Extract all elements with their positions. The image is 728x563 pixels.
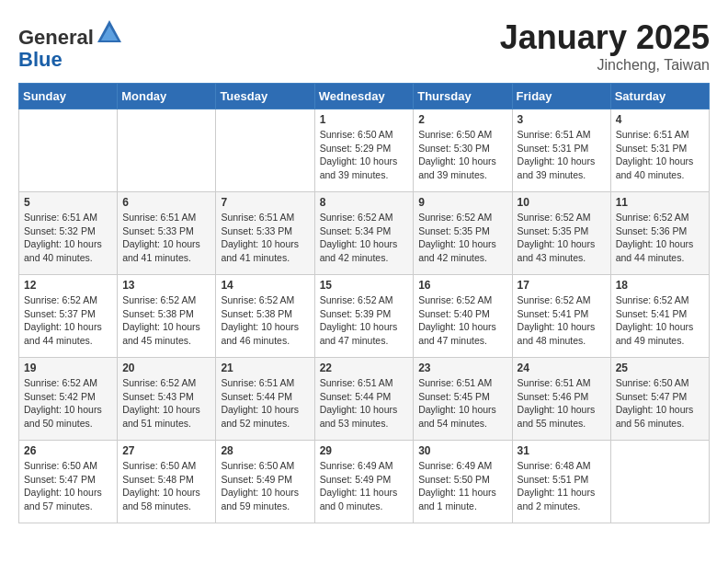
calendar-day-cell: 4Sunrise: 6:51 AM Sunset: 5:31 PM Daylig… bbox=[610, 109, 709, 192]
calendar-week-row: 19Sunrise: 6:52 AM Sunset: 5:42 PM Dayli… bbox=[19, 358, 710, 441]
logo-general: General bbox=[18, 26, 94, 49]
month-title: January 2025 bbox=[500, 18, 710, 57]
calendar-day-cell: 22Sunrise: 6:51 AM Sunset: 5:44 PM Dayli… bbox=[314, 358, 414, 441]
title-block: January 2025 Jincheng, Taiwan bbox=[500, 18, 710, 74]
calendar-day-cell bbox=[118, 109, 216, 192]
day-info: Sunrise: 6:51 AM Sunset: 5:32 PM Dayligh… bbox=[24, 211, 112, 265]
calendar-day-cell: 20Sunrise: 6:52 AM Sunset: 5:43 PM Dayli… bbox=[118, 358, 216, 441]
day-number: 1 bbox=[320, 113, 409, 126]
day-number: 28 bbox=[221, 444, 309, 457]
day-info: Sunrise: 6:52 AM Sunset: 5:39 PM Dayligh… bbox=[320, 293, 409, 348]
day-info: Sunrise: 6:50 AM Sunset: 5:29 PM Dayligh… bbox=[320, 128, 409, 182]
day-number: 5 bbox=[24, 196, 112, 209]
day-number: 23 bbox=[418, 362, 506, 374]
day-number: 14 bbox=[221, 279, 309, 292]
day-info: Sunrise: 6:51 AM Sunset: 5:33 PM Dayligh… bbox=[122, 211, 210, 265]
day-info: Sunrise: 6:51 AM Sunset: 5:45 PM Dayligh… bbox=[418, 376, 506, 431]
calendar-day-cell: 29Sunrise: 6:49 AM Sunset: 5:49 PM Dayli… bbox=[314, 441, 414, 523]
calendar-day-cell bbox=[216, 109, 314, 192]
day-number: 21 bbox=[221, 362, 309, 374]
weekday-cell: Monday bbox=[118, 84, 216, 109]
day-number: 31 bbox=[518, 444, 606, 457]
day-number: 9 bbox=[418, 196, 506, 209]
day-number: 11 bbox=[616, 196, 704, 209]
calendar-day-cell: 8Sunrise: 6:52 AM Sunset: 5:34 PM Daylig… bbox=[314, 192, 414, 275]
calendar-day-cell: 5Sunrise: 6:51 AM Sunset: 5:32 PM Daylig… bbox=[19, 192, 118, 275]
calendar-day-cell: 30Sunrise: 6:49 AM Sunset: 5:50 PM Dayli… bbox=[414, 441, 512, 523]
calendar-day-cell: 14Sunrise: 6:52 AM Sunset: 5:38 PM Dayli… bbox=[216, 275, 314, 358]
calendar-day-cell: 15Sunrise: 6:52 AM Sunset: 5:39 PM Dayli… bbox=[314, 275, 414, 358]
day-info: Sunrise: 6:49 AM Sunset: 5:50 PM Dayligh… bbox=[418, 459, 506, 513]
day-number: 4 bbox=[616, 113, 704, 126]
calendar-day-cell: 3Sunrise: 6:51 AM Sunset: 5:31 PM Daylig… bbox=[512, 109, 610, 192]
day-info: Sunrise: 6:52 AM Sunset: 5:42 PM Dayligh… bbox=[24, 376, 112, 431]
day-info: Sunrise: 6:50 AM Sunset: 5:47 PM Dayligh… bbox=[24, 459, 112, 513]
weekday-cell: Thursday bbox=[414, 84, 512, 109]
calendar-day-cell: 17Sunrise: 6:52 AM Sunset: 5:41 PM Dayli… bbox=[512, 275, 610, 358]
day-number: 25 bbox=[616, 362, 704, 374]
calendar-day-cell: 1Sunrise: 6:50 AM Sunset: 5:29 PM Daylig… bbox=[314, 109, 414, 192]
calendar-week-row: 1Sunrise: 6:50 AM Sunset: 5:29 PM Daylig… bbox=[19, 109, 710, 192]
day-info: Sunrise: 6:51 AM Sunset: 5:44 PM Dayligh… bbox=[320, 376, 409, 431]
calendar-day-cell: 6Sunrise: 6:51 AM Sunset: 5:33 PM Daylig… bbox=[118, 192, 216, 275]
calendar-day-cell: 13Sunrise: 6:52 AM Sunset: 5:38 PM Dayli… bbox=[118, 275, 216, 358]
day-info: Sunrise: 6:52 AM Sunset: 5:43 PM Dayligh… bbox=[122, 376, 210, 431]
weekday-header-row: SundayMondayTuesdayWednesdayThursdayFrid… bbox=[19, 84, 710, 109]
calendar-table: SundayMondayTuesdayWednesdayThursdayFrid… bbox=[18, 83, 710, 523]
calendar-day-cell: 12Sunrise: 6:52 AM Sunset: 5:37 PM Dayli… bbox=[19, 275, 118, 358]
day-number: 10 bbox=[518, 196, 606, 209]
day-number: 15 bbox=[320, 279, 409, 292]
day-info: Sunrise: 6:51 AM Sunset: 5:31 PM Dayligh… bbox=[616, 128, 704, 182]
weekday-cell: Wednesday bbox=[314, 84, 414, 109]
day-info: Sunrise: 6:51 AM Sunset: 5:46 PM Dayligh… bbox=[518, 376, 606, 431]
calendar-day-cell: 21Sunrise: 6:51 AM Sunset: 5:44 PM Dayli… bbox=[216, 358, 314, 441]
day-number: 2 bbox=[418, 113, 506, 126]
day-info: Sunrise: 6:52 AM Sunset: 5:35 PM Dayligh… bbox=[418, 211, 506, 265]
day-info: Sunrise: 6:48 AM Sunset: 5:51 PM Dayligh… bbox=[518, 459, 606, 513]
calendar-week-row: 5Sunrise: 6:51 AM Sunset: 5:32 PM Daylig… bbox=[19, 192, 710, 275]
day-number: 7 bbox=[221, 196, 309, 209]
day-info: Sunrise: 6:49 AM Sunset: 5:49 PM Dayligh… bbox=[320, 459, 409, 513]
day-number: 20 bbox=[122, 362, 210, 374]
calendar-day-cell: 16Sunrise: 6:52 AM Sunset: 5:40 PM Dayli… bbox=[414, 275, 512, 358]
day-number: 8 bbox=[320, 196, 409, 209]
day-number: 12 bbox=[24, 279, 112, 292]
calendar-day-cell: 2Sunrise: 6:50 AM Sunset: 5:30 PM Daylig… bbox=[414, 109, 512, 192]
calendar-day-cell: 24Sunrise: 6:51 AM Sunset: 5:46 PM Dayli… bbox=[512, 358, 610, 441]
calendar-week-row: 26Sunrise: 6:50 AM Sunset: 5:47 PM Dayli… bbox=[19, 441, 710, 523]
day-number: 24 bbox=[518, 362, 606, 374]
weekday-cell: Sunday bbox=[19, 84, 118, 109]
calendar-day-cell bbox=[610, 441, 709, 523]
day-info: Sunrise: 6:52 AM Sunset: 5:40 PM Dayligh… bbox=[418, 293, 506, 348]
day-number: 17 bbox=[518, 279, 606, 292]
day-number: 26 bbox=[24, 444, 112, 457]
calendar-day-cell: 19Sunrise: 6:52 AM Sunset: 5:42 PM Dayli… bbox=[19, 358, 118, 441]
calendar-day-cell: 9Sunrise: 6:52 AM Sunset: 5:35 PM Daylig… bbox=[414, 192, 512, 275]
day-info: Sunrise: 6:52 AM Sunset: 5:38 PM Dayligh… bbox=[122, 293, 210, 348]
day-info: Sunrise: 6:51 AM Sunset: 5:33 PM Dayligh… bbox=[221, 211, 309, 265]
day-info: Sunrise: 6:51 AM Sunset: 5:31 PM Dayligh… bbox=[518, 128, 606, 182]
day-info: Sunrise: 6:50 AM Sunset: 5:30 PM Dayligh… bbox=[418, 128, 506, 182]
logo: General Blue bbox=[18, 18, 123, 71]
day-number: 16 bbox=[418, 279, 506, 292]
day-info: Sunrise: 6:52 AM Sunset: 5:41 PM Dayligh… bbox=[616, 293, 704, 348]
day-info: Sunrise: 6:52 AM Sunset: 5:36 PM Dayligh… bbox=[616, 211, 704, 265]
day-number: 13 bbox=[122, 279, 210, 292]
calendar-day-cell: 25Sunrise: 6:50 AM Sunset: 5:47 PM Dayli… bbox=[610, 358, 709, 441]
location-title: Jincheng, Taiwan bbox=[500, 57, 710, 74]
day-number: 6 bbox=[122, 196, 210, 209]
day-info: Sunrise: 6:50 AM Sunset: 5:47 PM Dayligh… bbox=[616, 376, 704, 431]
logo-icon bbox=[96, 18, 123, 44]
calendar-day-cell: 11Sunrise: 6:52 AM Sunset: 5:36 PM Dayli… bbox=[610, 192, 709, 275]
day-info: Sunrise: 6:52 AM Sunset: 5:41 PM Dayligh… bbox=[518, 293, 606, 348]
calendar-day-cell: 26Sunrise: 6:50 AM Sunset: 5:47 PM Dayli… bbox=[19, 441, 118, 523]
logo-blue: Blue bbox=[18, 48, 63, 71]
weekday-cell: Saturday bbox=[610, 84, 709, 109]
calendar-day-cell: 28Sunrise: 6:50 AM Sunset: 5:49 PM Dayli… bbox=[216, 441, 314, 523]
weekday-cell: Tuesday bbox=[216, 84, 314, 109]
day-number: 22 bbox=[320, 362, 409, 374]
day-number: 27 bbox=[122, 444, 210, 457]
day-info: Sunrise: 6:52 AM Sunset: 5:38 PM Dayligh… bbox=[221, 293, 309, 348]
day-info: Sunrise: 6:50 AM Sunset: 5:48 PM Dayligh… bbox=[122, 459, 210, 513]
day-info: Sunrise: 6:50 AM Sunset: 5:49 PM Dayligh… bbox=[221, 459, 309, 513]
